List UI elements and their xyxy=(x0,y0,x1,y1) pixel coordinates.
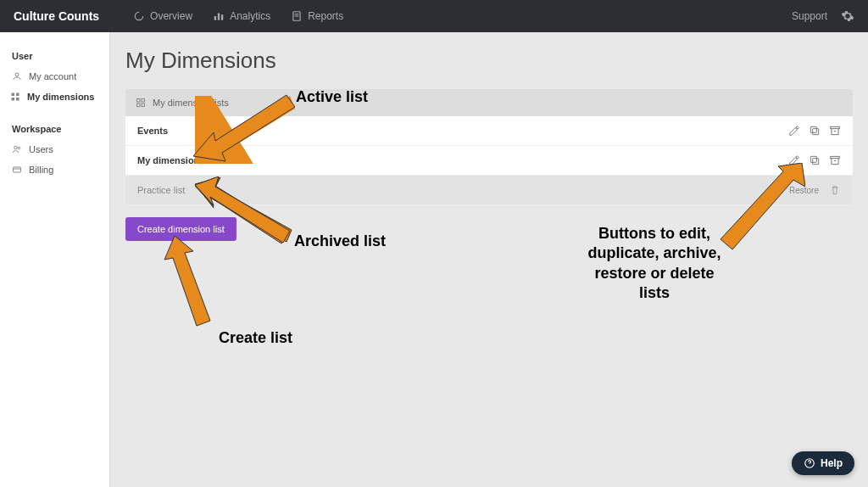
nav-label: Analytics xyxy=(230,10,270,22)
svg-rect-24 xyxy=(831,156,840,158)
arrow-icon xyxy=(163,236,222,329)
person-icon xyxy=(12,71,22,81)
svg-rect-15 xyxy=(137,99,141,103)
annotation-create-list: Create list xyxy=(219,329,292,347)
edit-icon[interactable] xyxy=(788,125,800,137)
svg-rect-9 xyxy=(12,98,15,101)
arrow-icon xyxy=(719,163,805,256)
help-icon xyxy=(804,457,815,469)
svg-rect-19 xyxy=(813,129,819,135)
reports-icon xyxy=(291,10,303,22)
svg-rect-17 xyxy=(137,104,141,107)
delete-icon[interactable] xyxy=(829,184,841,196)
svg-rect-7 xyxy=(12,93,15,97)
svg-rect-21 xyxy=(831,126,840,128)
sidebar-item-label: My dimensions xyxy=(27,92,94,102)
archive-icon[interactable] xyxy=(829,154,841,166)
sidebar-item-billing[interactable]: Billing xyxy=(0,160,109,180)
page-title: My Dimensions xyxy=(125,48,853,74)
annotation-archived-list: Archived list xyxy=(294,232,386,250)
sidebar-item-my-account[interactable]: My account xyxy=(0,66,109,87)
sidebar-item-my-dimensions[interactable]: My dimensions xyxy=(0,87,109,107)
grid-icon xyxy=(136,98,146,108)
svg-rect-22 xyxy=(813,159,819,165)
svg-rect-18 xyxy=(142,104,145,107)
brand-logo: Culture Counts xyxy=(14,9,99,23)
users-icon xyxy=(12,144,22,154)
top-nav: Culture Counts Overview Analytics Report… xyxy=(0,0,868,32)
svg-marker-32 xyxy=(195,176,290,243)
nav-label: Overview xyxy=(150,10,192,22)
overview-icon xyxy=(133,10,145,22)
nav-overview[interactable]: Overview xyxy=(133,10,192,22)
svg-rect-1 xyxy=(218,14,220,20)
svg-marker-34 xyxy=(721,163,805,249)
svg-rect-8 xyxy=(16,93,19,97)
svg-rect-0 xyxy=(214,16,216,20)
sidebar-item-users[interactable]: Users xyxy=(0,139,109,160)
list-actions xyxy=(788,125,841,137)
svg-rect-20 xyxy=(810,126,816,132)
help-widget[interactable]: Help xyxy=(792,451,854,475)
svg-rect-23 xyxy=(810,156,816,162)
archive-icon[interactable] xyxy=(829,125,841,137)
sidebar-item-label: My account xyxy=(29,71,76,81)
svg-rect-2 xyxy=(221,14,223,20)
arrow-icon xyxy=(193,92,295,165)
duplicate-icon[interactable] xyxy=(809,125,821,137)
nav-reports[interactable]: Reports xyxy=(291,10,343,22)
annotation-buttons: Buttons to edit, duplicate, archive, res… xyxy=(582,224,726,304)
svg-point-11 xyxy=(14,146,18,149)
svg-rect-16 xyxy=(142,99,145,103)
sidebar: User My account My dimensions Workspace … xyxy=(0,32,110,487)
svg-rect-10 xyxy=(16,98,19,101)
annotation-active-list: Active list xyxy=(296,88,368,106)
svg-marker-33 xyxy=(164,236,210,326)
sidebar-item-label: Users xyxy=(29,144,53,154)
nav-analytics[interactable]: Analytics xyxy=(213,10,270,22)
help-label: Help xyxy=(821,457,843,469)
sidebar-heading-workspace: Workspace xyxy=(0,119,109,139)
billing-icon xyxy=(12,165,22,175)
analytics-icon xyxy=(213,10,225,22)
duplicate-icon[interactable] xyxy=(809,154,821,166)
svg-point-12 xyxy=(18,147,20,149)
sidebar-heading-user: User xyxy=(0,46,109,66)
list-name: Practice list xyxy=(137,185,185,195)
nav-label: Reports xyxy=(308,10,343,22)
support-link[interactable]: Support xyxy=(792,10,827,22)
svg-point-6 xyxy=(15,73,19,76)
gear-icon[interactable] xyxy=(841,9,854,23)
list-name: Events xyxy=(137,126,168,136)
svg-rect-13 xyxy=(14,167,21,172)
sidebar-item-label: Billing xyxy=(29,165,53,175)
grid-icon xyxy=(10,92,20,102)
svg-marker-29 xyxy=(193,95,295,161)
